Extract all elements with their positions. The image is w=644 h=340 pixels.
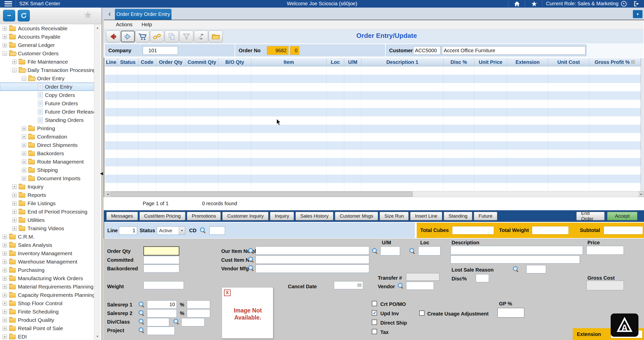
favorites-star-icon[interactable]: ★ — [530, 1, 538, 7]
tree-item-file-maintenance[interactable]: +File Maintenance — [0, 58, 94, 66]
grid-row[interactable] — [105, 133, 641, 141]
column-header-gross-profit[interactable]: Gross Profit % — [589, 58, 641, 66]
menu-actions[interactable]: Actions — [116, 22, 133, 28]
tree-item-warehouse-management[interactable]: +Warehouse Management — [0, 257, 94, 266]
grid-row[interactable] — [105, 166, 641, 175]
tree-item-future-order-release[interactable]: Future Order Release — [0, 108, 94, 116]
hamburger-menu-icon[interactable] — [5, 1, 12, 6]
committed-input[interactable] — [143, 256, 179, 264]
toolbar-back-button[interactable] — [106, 31, 120, 42]
gp-input[interactable] — [498, 308, 524, 318]
salesrep2-percent-input[interactable] — [187, 309, 210, 318]
tab-scroll-left-icon[interactable]: ‹ — [106, 10, 113, 18]
tree-item-direct-shipments[interactable]: +Direct Shipments — [0, 141, 94, 149]
tree-item-training-videos[interactable]: +Training Videos — [0, 224, 94, 232]
um-input[interactable] — [380, 246, 400, 255]
expand-toggle-icon[interactable]: + — [3, 259, 7, 264]
checkbox-upd-inv[interactable] — [372, 310, 377, 316]
tree-item-shop-floor-control[interactable]: +Shop Floor Control — [0, 299, 94, 307]
column-header-unit-cost[interactable]: Unit Cost — [548, 58, 589, 66]
dropdown-arrow-icon[interactable]: ▼ — [179, 227, 185, 234]
tree-item-utilities[interactable]: +Utilities — [0, 216, 94, 224]
column-header-item[interactable]: Item — [251, 58, 327, 66]
expand-toggle-icon[interactable]: + — [22, 176, 26, 181]
toolbar-allocate-button[interactable] — [194, 31, 208, 42]
current-role-selector[interactable]: Current Role: Sales & Marketing ▼ — [546, 1, 627, 7]
vendor-mfg-search-icon[interactable] — [248, 265, 254, 271]
expand-toggle-icon[interactable]: + — [12, 226, 17, 231]
checkbox-direct-ship[interactable] — [372, 320, 377, 325]
grid-row[interactable] — [105, 108, 641, 116]
company-input[interactable]: 101 — [143, 46, 178, 55]
expand-toggle-icon[interactable]: + — [3, 243, 7, 247]
grid-row[interactable] — [105, 125, 641, 133]
cancel-date-input[interactable] — [334, 281, 363, 289]
description-input-1[interactable] — [451, 246, 583, 255]
disc-input[interactable] — [476, 274, 489, 282]
button-sales-history[interactable]: Sales History — [295, 212, 333, 220]
grid-row[interactable] — [105, 83, 641, 91]
expand-toggle-icon[interactable]: + — [3, 35, 7, 39]
tree-item-confirmation[interactable]: +Confirmation — [0, 133, 94, 141]
weight-input[interactable] — [143, 281, 184, 289]
tree-item-backorders[interactable]: +Backorders — [0, 149, 94, 158]
expand-toggle-icon[interactable]: + — [12, 193, 17, 197]
vendor-search-icon[interactable] — [398, 283, 404, 289]
toolbar-cart-button[interactable] — [135, 31, 150, 42]
division-input[interactable] — [147, 318, 169, 326]
grid-row[interactable] — [105, 66, 641, 75]
end-order-button[interactable]: End Order — [576, 212, 605, 220]
column-header-loc[interactable]: Loc — [327, 58, 344, 66]
logout-icon[interactable] — [632, 1, 641, 7]
toolbar-folder-button[interactable] — [209, 31, 223, 42]
tree-item-sales-analysis[interactable]: +Sales Analysis — [0, 241, 94, 249]
cd-input[interactable] — [209, 226, 225, 235]
class-search-icon[interactable] — [173, 319, 179, 325]
toolbar-copy-button[interactable] — [165, 31, 179, 42]
button-promotions[interactable]: Promotions — [187, 212, 221, 220]
salesrep1-input[interactable]: 10 — [147, 300, 177, 309]
panel-collapse-icon[interactable]: ◄ — [99, 171, 104, 176]
tree-item-accounts-receivable[interactable]: +Accounts Receivable — [0, 24, 94, 33]
class-input[interactable] — [181, 318, 205, 326]
tree-item-daily-transaction-processing[interactable]: -Daily Transaction Processing — [0, 66, 94, 74]
tree-item-end-of-period-processing[interactable]: +End of Period Processing — [0, 207, 94, 216]
column-header-line[interactable]: Line — [105, 58, 117, 66]
expand-toggle-icon[interactable]: + — [3, 309, 7, 314]
button-inquiry[interactable]: Inquiry — [270, 212, 294, 220]
button-future[interactable]: Future — [474, 212, 497, 220]
column-header-b-o-qty[interactable]: B/O Qty — [218, 58, 251, 66]
tree-scrollbar[interactable]: ▲ ▼ — [94, 24, 101, 340]
grid-row[interactable] — [105, 100, 641, 108]
tree-item-general-ledger[interactable]: +General Ledger — [0, 41, 94, 49]
scroll-right-icon[interactable]: ► — [639, 192, 644, 197]
loc-search-icon[interactable] — [409, 248, 415, 254]
vendor-input[interactable] — [406, 282, 434, 290]
project-input[interactable] — [147, 327, 175, 335]
column-header-commit-qty[interactable]: Commit Qty — [186, 58, 218, 66]
tree-item-copy-orders[interactable]: Copy Orders — [0, 91, 94, 99]
button-insert-line[interactable]: Insert Line — [410, 212, 442, 220]
accept-button[interactable]: Accept — [607, 212, 637, 220]
home-icon[interactable] — [513, 1, 521, 7]
column-header-extension[interactable]: Extension — [507, 58, 548, 66]
button-cust-item-pricing[interactable]: Cust/Item Pricing — [139, 212, 186, 220]
salesrep2-input[interactable] — [147, 309, 177, 318]
expand-toggle-icon[interactable]: + — [12, 218, 17, 222]
grid-row[interactable] — [105, 183, 641, 191]
checkbox-tax[interactable] — [372, 329, 377, 334]
expand-toggle-icon[interactable]: + — [3, 26, 7, 31]
expand-toggle-icon[interactable]: + — [12, 185, 17, 189]
description-input-2[interactable] — [451, 255, 580, 264]
checkbox-create-usage-adjustment[interactable] — [419, 310, 425, 316]
column-header-status[interactable]: Status — [117, 58, 138, 66]
expand-toggle-icon[interactable]: + — [22, 168, 26, 172]
tree-item-route-management[interactable]: +Route Management — [0, 158, 94, 166]
order-generation-input[interactable]: 0 — [290, 46, 299, 55]
grid-row[interactable] — [105, 158, 641, 166]
tree-item-manufacturing-work-orders[interactable]: +Manufacturing Work Orders — [0, 274, 94, 282]
tree-item-order-entry[interactable]: Order Entry — [0, 83, 94, 91]
scroll-left-icon[interactable]: ◄ — [105, 192, 110, 197]
grid-row[interactable] — [105, 141, 641, 150]
item-search-icon[interactable] — [248, 248, 254, 254]
